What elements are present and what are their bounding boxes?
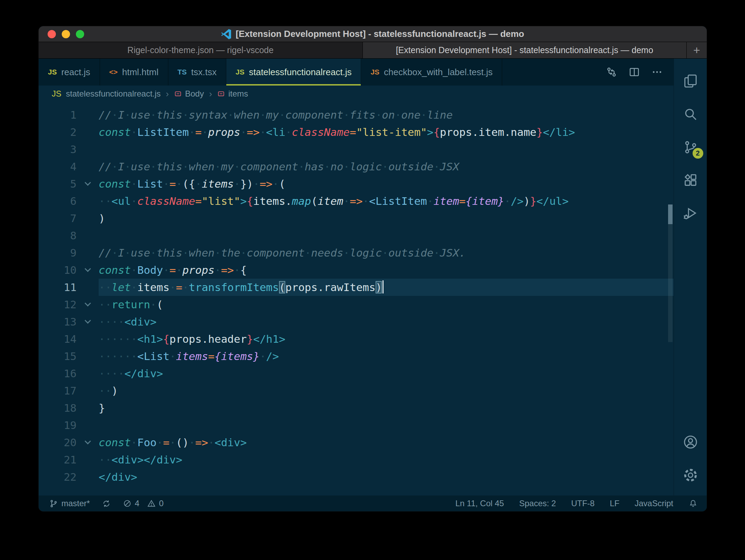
source-control-icon[interactable]: 2 (680, 135, 701, 159)
problems-warnings[interactable]: 0 (147, 499, 163, 508)
code-line[interactable]: 9//·I·use·this·when·the·component·needs·… (39, 244, 674, 261)
tab-label: react.js (61, 67, 90, 78)
code-line[interactable]: 15······<List·items={items}·/> (39, 348, 674, 365)
code-line[interactable]: 21··<div></div> (39, 451, 674, 468)
notifications-bell[interactable] (688, 499, 698, 508)
code-line[interactable]: 20const·Foo·=·()·=>·<div> (39, 434, 674, 451)
cursor-position[interactable]: Ln 11, Col 45 (455, 499, 504, 508)
code-text[interactable]: } (99, 399, 105, 417)
line-number: 18 (39, 399, 77, 417)
code-text[interactable]: </div> (99, 468, 137, 486)
editor-scrollbar[interactable] (667, 102, 674, 496)
split-editor-button[interactable] (625, 63, 643, 81)
code-text[interactable]: const·Foo·=·()·=>·<div> (99, 434, 247, 451)
extensions-icon[interactable] (680, 168, 701, 192)
new-native-tab-button[interactable]: + (687, 42, 707, 58)
code-line[interactable]: 14······<h1>{props.header}</h1> (39, 330, 674, 348)
zoom-button[interactable] (76, 30, 84, 38)
fold-column (77, 330, 99, 348)
explorer-icon[interactable] (680, 69, 701, 93)
code-text[interactable]: //·I·use·this·when·my·component·has·no·l… (99, 158, 459, 175)
line-number: 22 (39, 468, 77, 486)
code-text[interactable]: ··let·items·=·transformItems(props.rawIt… (99, 279, 384, 296)
run-debug-icon[interactable] (680, 201, 701, 226)
code-text[interactable]: ··return·( (99, 296, 163, 313)
code-text[interactable]: const·Body·=·props·=>·{ (99, 261, 247, 279)
open-changes-button[interactable] (603, 63, 620, 81)
search-icon[interactable] (680, 102, 701, 126)
code-line[interactable]: 3 (39, 141, 674, 158)
code-text[interactable]: ··<div></div> (99, 451, 182, 468)
breadcrumb-file-icon: JS (52, 89, 61, 99)
code-line[interactable]: 12··return·( (39, 296, 674, 313)
code-line[interactable]: 18} (39, 399, 674, 417)
code-text[interactable]: ····</div> (99, 365, 163, 382)
tab-react.js[interactable]: JSreact.js (39, 59, 100, 86)
desktop-background: { "theme": { "desktop_bg": "#000000", "t… (0, 0, 745, 560)
settings-gear-icon[interactable] (680, 463, 701, 487)
line-number: 17 (39, 382, 77, 399)
code-line[interactable]: 19 (39, 417, 674, 434)
tab-html.html[interactable]: <>html.html (100, 59, 168, 86)
code-line[interactable]: 5const·List·=·({·items·})·=>·( (39, 175, 674, 192)
tabs-container: JSreact.js<>html.htmlTStsx.tsxJSstateles… (39, 59, 502, 86)
fold-chevron-icon[interactable] (77, 296, 99, 313)
breadcrumb-file[interactable]: statelessfunctionalreact.js (66, 89, 161, 99)
code-line[interactable]: 8 (39, 227, 674, 244)
problems-errors[interactable]: 4 (123, 499, 139, 508)
code-text[interactable]: //·I·use·this·syntax·when·my·component·f… (99, 106, 453, 123)
close-button[interactable] (48, 30, 56, 38)
fold-chevron-icon[interactable] (77, 261, 99, 279)
tab-tsx.tsx[interactable]: TStsx.tsx (168, 59, 227, 86)
code-text[interactable]: const·ListItem·=·props·=>·<li·className=… (99, 123, 575, 141)
editor[interactable]: 1//·I·use·this·syntax·when·my·component·… (39, 102, 674, 496)
fold-chevron-icon[interactable] (77, 313, 99, 330)
code-text[interactable]: ) (99, 210, 105, 227)
account-icon[interactable] (680, 430, 701, 454)
code-text[interactable]: ······<h1>{props.header}</h1> (99, 330, 285, 348)
indentation-indicator[interactable]: Spaces: 2 (519, 499, 556, 508)
minimize-button[interactable] (62, 30, 70, 38)
tab-checkbox_with_label.test.js[interactable]: JScheckbox_with_label.test.js (361, 59, 502, 86)
breadcrumb-separator: › (165, 89, 170, 99)
language-mode[interactable]: JavaScript (635, 499, 673, 508)
native-tab-0[interactable]: Rigel-color-theme.json — rigel-vscode (39, 42, 363, 58)
code-line[interactable]: 6··<ul·className="list">{items.map(item·… (39, 192, 674, 210)
code-line[interactable]: 4//·I·use·this·when·my·component·has·no·… (39, 158, 674, 175)
code-text[interactable]: ··) (99, 382, 118, 399)
code-line[interactable]: 10const·Body·=·props·=>·{ (39, 261, 674, 279)
tab-label: checkbox_with_label.test.js (384, 67, 493, 78)
sync-icon (102, 499, 111, 508)
code-text[interactable]: //·I·use·this·when·the·component·needs·l… (99, 244, 466, 261)
tab-statelessfunctionalreact.js[interactable]: JSstatelessfunctionalreact.js (226, 59, 361, 86)
encoding-indicator[interactable]: UTF-8 (571, 499, 595, 508)
tab-label: html.html (122, 67, 158, 78)
code-text[interactable]: ··<ul·className="list">{items.map(item·=… (99, 192, 569, 210)
fold-chevron-icon[interactable] (77, 434, 99, 451)
code-line[interactable]: 17··) (39, 382, 674, 399)
code-text[interactable]: ······<List·items={items}·/> (99, 348, 279, 365)
code-line[interactable]: 13····<div> (39, 313, 674, 330)
code-line[interactable]: 7) (39, 210, 674, 227)
code-line[interactable]: 16····</div> (39, 365, 674, 382)
line-number: 16 (39, 365, 77, 382)
code-line[interactable]: 22</div> (39, 468, 674, 486)
more-actions-button[interactable] (648, 63, 666, 81)
sync-button[interactable] (102, 499, 111, 508)
native-tab-1[interactable]: [Extension Development Host] - stateless… (363, 42, 687, 58)
scrollbar-thumb[interactable] (668, 204, 673, 224)
fold-column (77, 365, 99, 382)
breadcrumb-symbol-Body[interactable]: Body (174, 89, 204, 99)
code-line[interactable]: 2const·ListItem·=·props·=>·<li·className… (39, 123, 674, 141)
git-branch-indicator[interactable]: master* (49, 499, 90, 508)
code-text[interactable]: const·List·=·({·items·})·=>·( (99, 175, 285, 192)
code-line[interactable]: 1//·I·use·this·syntax·when·my·component·… (39, 106, 674, 123)
fold-column (77, 192, 99, 210)
code-text[interactable]: ····<div> (99, 313, 157, 330)
error-icon (123, 499, 132, 508)
code-line[interactable]: 11··let·items·=·transformItems(props.raw… (39, 279, 674, 296)
fold-chevron-icon[interactable] (77, 175, 99, 192)
symbol-icon (174, 90, 182, 98)
eol-indicator[interactable]: LF (610, 499, 619, 508)
breadcrumb-symbol-items[interactable]: items (217, 89, 248, 99)
